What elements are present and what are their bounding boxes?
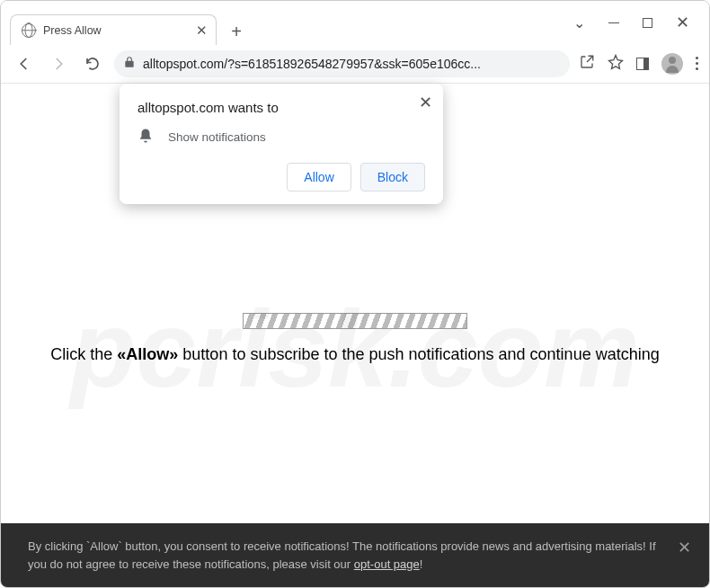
msg-prefix: Click the — [50, 345, 117, 363]
close-banner-icon[interactable]: ✕ — [678, 536, 691, 560]
page-message: Click the «Allow» button to subscribe to… — [1, 345, 709, 364]
msg-bold: «Allow» — [117, 345, 178, 363]
maximize-button[interactable] — [643, 18, 652, 28]
permission-label: Show notifications — [168, 130, 266, 144]
reload-button[interactable] — [80, 51, 105, 76]
window-controls: ⌄ ✕ — [573, 13, 709, 32]
chevron-down-icon[interactable]: ⌄ — [573, 14, 585, 31]
close-window-button[interactable]: ✕ — [676, 13, 689, 32]
url-text: alltopspot.com/?s=618518926548279957&ssk… — [143, 57, 561, 71]
address-bar[interactable]: alltopspot.com/?s=618518926548279957&ssk… — [114, 50, 570, 77]
menu-icon[interactable] — [696, 57, 698, 70]
consent-banner: ✕ By clicking `Allow` button, you consen… — [1, 523, 709, 587]
star-icon[interactable] — [608, 54, 624, 74]
close-popup-icon[interactable]: ✕ — [419, 93, 432, 112]
minimize-button[interactable] — [608, 22, 619, 23]
browser-tab[interactable]: Press Allow ✕ — [10, 14, 217, 45]
lock-icon — [123, 56, 136, 71]
permission-popup: ✕ alltopspot.com wants to Show notificat… — [120, 84, 443, 204]
share-icon[interactable] — [579, 54, 595, 74]
toolbar-right — [579, 53, 698, 75]
permission-title: alltopspot.com wants to — [138, 100, 425, 115]
block-button[interactable]: Block — [360, 163, 425, 192]
permission-buttons: Allow Block — [138, 163, 425, 192]
globe-icon — [22, 23, 36, 38]
forward-button — [46, 51, 71, 76]
tabs-area: Press Allow ✕ + — [1, 1, 573, 44]
progress-bar — [243, 313, 467, 329]
new-tab-button[interactable]: + — [224, 19, 249, 44]
toolbar: alltopspot.com/?s=618518926548279957&ssk… — [1, 44, 709, 84]
msg-suffix: button to subscribe to the push notifica… — [178, 345, 659, 363]
side-panel-icon[interactable] — [636, 58, 649, 70]
banner-text-prefix: By clicking `Allow` button, you consent … — [28, 539, 656, 571]
profile-avatar[interactable] — [661, 53, 683, 75]
banner-text-suffix: ! — [420, 557, 423, 571]
back-button[interactable] — [12, 51, 37, 76]
allow-button[interactable]: Allow — [287, 163, 351, 192]
tab-title: Press Allow — [43, 24, 187, 37]
bell-icon — [138, 128, 154, 147]
close-tab-icon[interactable]: ✕ — [194, 23, 209, 38]
titlebar: Press Allow ✕ + ⌄ ✕ — [1, 1, 709, 44]
permission-row: Show notifications — [138, 128, 425, 147]
opt-out-link[interactable]: opt-out page — [354, 557, 420, 571]
